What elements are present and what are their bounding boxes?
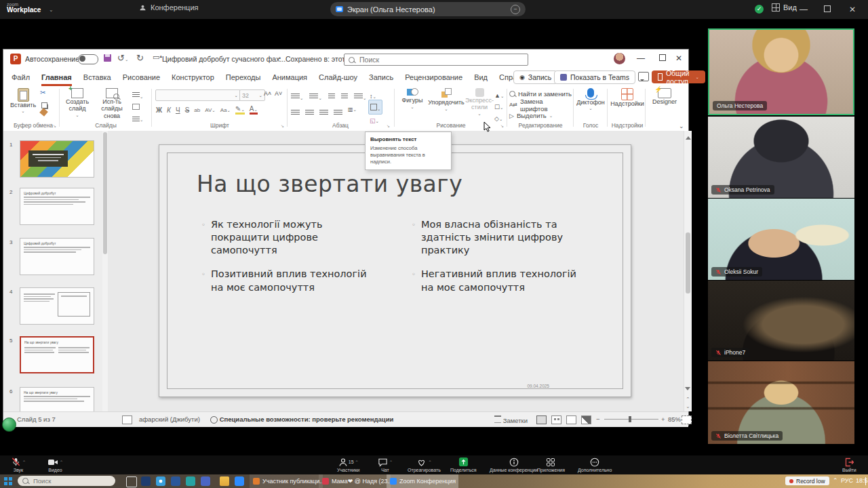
taskbar-window-publication[interactable]: Участник публикаци... [250, 474, 323, 488]
powerpoint-search-box[interactable] [344, 54, 528, 66]
font-size-combobox[interactable]: 32⌄ [239, 89, 265, 101]
autosave-toggle[interactable] [78, 54, 98, 64]
redo-icon[interactable]: ↻ [136, 53, 144, 63]
tab-record[interactable]: Запись [369, 68, 393, 86]
tab-review[interactable]: Рецензирование [405, 68, 462, 86]
line-spacing-icon[interactable]: ⌄ [354, 90, 366, 102]
underline-icon[interactable]: Ч [176, 106, 180, 114]
zoom-in-icon[interactable]: + [661, 415, 665, 423]
save-icon[interactable] [104, 54, 111, 62]
record-low-badge[interactable]: Record low [785, 476, 829, 485]
notes-button[interactable]: Заметки [494, 415, 528, 424]
bold-icon[interactable]: Ж [156, 106, 162, 114]
addins-button[interactable]: Надстройки [610, 88, 645, 107]
next-slide-icon[interactable]: ⌄ [684, 404, 692, 409]
video-tile-iphone[interactable]: iPhone7 [708, 281, 854, 361]
thumbnail-scrollbar[interactable] [102, 131, 108, 411]
zoom-annotation-indicator[interactable] [2, 418, 16, 432]
taskbar-window-zoom[interactable]: Zoom Конференция [387, 474, 458, 488]
tab-home[interactable]: Главная [41, 68, 72, 86]
comments-icon[interactable] [638, 72, 649, 81]
tab-draw[interactable]: Рисование [123, 68, 160, 86]
video-button[interactable]: ⌃ Видео [47, 457, 63, 472]
grow-font-icon[interactable]: A˄ [264, 90, 271, 97]
zoom-slider[interactable] [604, 419, 658, 420]
dictate-button[interactable]: Диктофон ⌄ [576, 88, 606, 111]
slide-5-thumbnail[interactable]: На що звертати увагу [20, 336, 94, 373]
pinned-app-icon[interactable] [235, 476, 244, 486]
shapes-button[interactable]: Фигуры ⌄ [398, 88, 427, 109]
slide-layout-icon[interactable]: ⌄ [132, 89, 143, 101]
mute-button[interactable]: ⌃ Звук [11, 457, 26, 472]
meeting-info-button[interactable]: Данные конференции [490, 457, 538, 472]
display-settings-icon[interactable] [122, 415, 132, 424]
video-tile-oksana-petrinova[interactable]: Oksana Petrinova [708, 117, 854, 198]
more-button[interactable]: Дополнительно [578, 457, 612, 472]
numbering-icon[interactable]: ⌄ [309, 90, 321, 102]
tab-animations[interactable]: Анимация [272, 68, 307, 86]
paragraph-dialog-launcher[interactable]: ↘ [387, 123, 390, 128]
share-screen-button[interactable]: Поделиться [450, 457, 477, 472]
zoom-slider-knob[interactable] [629, 416, 631, 422]
notification-center-icon[interactable] [865, 477, 868, 485]
reactions-button[interactable]: ⌃ Отреагировать [408, 457, 441, 472]
paste-button[interactable]: Вставить ⌄ [10, 88, 36, 114]
tray-expand-icon[interactable]: ⌃ [833, 477, 838, 484]
file-explorer-icon[interactable] [220, 476, 229, 486]
undo-icon[interactable]: ↺⌄ [117, 53, 128, 63]
video-tile-oleksii-sokur[interactable]: Oleksii Sokur [708, 199, 854, 280]
font-name-combobox[interactable]: ⌄ [155, 89, 241, 101]
reuse-slides-button[interactable]: Исп-ть слайды снова [94, 88, 130, 119]
font-dialog-launcher[interactable]: ↘ [281, 123, 284, 128]
slide-6-thumbnail[interactable]: На що звертати увагу [20, 387, 94, 411]
accessibility-status[interactable]: Специальные возможности: проверьте реком… [210, 415, 393, 424]
select-button[interactable]: ▷ Выделить ⌄ [509, 110, 553, 121]
shrink-font-icon[interactable]: A˅ [275, 90, 282, 97]
shape-outline-icon[interactable]: ☐⌄ [494, 100, 504, 112]
tab-meeting[interactable]: Конференция [139, 3, 198, 12]
bullets-icon[interactable]: ⌄ [291, 90, 303, 102]
zoom-out-icon[interactable]: − [596, 415, 600, 423]
text-shadow-icon[interactable]: ab [194, 107, 200, 113]
user-avatar[interactable] [614, 53, 625, 64]
slide-3-thumbnail[interactable]: Цифровий добробут [20, 238, 94, 275]
video-tile-olga-nesterova[interactable]: Ольга Нестерова [708, 28, 854, 115]
increase-indent-icon[interactable] [341, 90, 348, 102]
tab-transitions[interactable]: Переходы [226, 68, 261, 86]
close-screen-tab-icon[interactable]: − [511, 5, 520, 14]
language-switcher[interactable]: РУС [841, 477, 853, 484]
clipboard-dialog-launcher[interactable]: ↘ [53, 123, 56, 128]
scroll-down-icon[interactable] [685, 387, 690, 393]
justify-icon[interactable] [334, 106, 342, 119]
align-left-icon[interactable] [291, 106, 300, 119]
browser-icon[interactable] [156, 476, 165, 486]
close-zoom-button[interactable]: ✕ [842, 0, 863, 19]
present-in-teams-button[interactable]: Показать в Teams [554, 70, 635, 84]
slide-left-column[interactable]: ◦Як технології можуть покращити цифрове … [201, 218, 379, 305]
reset-slide-icon[interactable] [132, 100, 140, 113]
pinned-app-icon[interactable] [201, 476, 210, 486]
scroll-up-icon[interactable] [686, 134, 691, 140]
fit-slide-icon[interactable] [682, 415, 692, 424]
minimize-ppt-button[interactable]: — [630, 49, 652, 68]
task-view-icon[interactable] [126, 476, 137, 487]
change-case-icon[interactable]: Aa⌄ [220, 107, 231, 113]
language-indicator[interactable]: афарский (Джибути) [139, 415, 200, 423]
search-input[interactable] [358, 55, 524, 64]
maximize-zoom-button[interactable] [817, 0, 837, 19]
highlight-icon[interactable]: ✎⌄ [235, 105, 245, 115]
normal-view-icon[interactable] [536, 415, 547, 424]
office-app-icon[interactable] [171, 476, 180, 486]
cut-icon[interactable]: ✂ [40, 89, 45, 96]
taskbar-window-chat[interactable]: Мама❤ @ Надя (23... [319, 474, 391, 488]
replace-fonts-button[interactable]: A⇄ Замена шрифтов [509, 100, 572, 110]
record-button[interactable]: ◉ Запись [513, 70, 557, 84]
new-slide-button[interactable]: + Создать слайд ⌄ [62, 88, 93, 117]
pinned-app-icon[interactable] [186, 476, 195, 486]
slide-2-thumbnail[interactable]: Цифровий добробут [20, 188, 94, 225]
reading-view-icon[interactable] [566, 415, 576, 424]
drawing-dialog-launcher[interactable]: ↘ [500, 123, 504, 128]
slide-1-thumbnail[interactable] [20, 140, 94, 178]
canvas-scrollbar[interactable]: ⌃ ⌄ [684, 131, 692, 411]
designer-button[interactable]: Designer [648, 88, 682, 105]
